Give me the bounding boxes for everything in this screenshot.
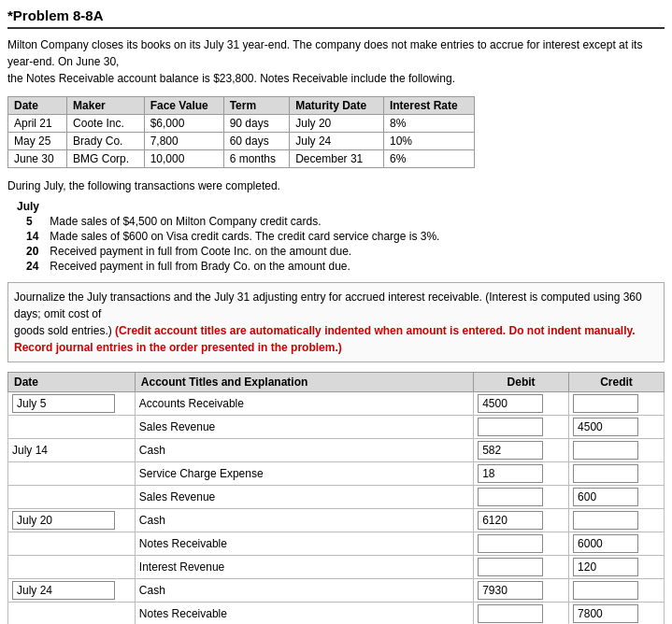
journal-debit-cell[interactable] [474,439,569,462]
intro-text: Milton Company closes its books on its J… [7,36,665,87]
transactions-list: July5 Made sales of $4,500 on Milton Com… [7,200,665,273]
journal-debit-cell[interactable] [474,579,569,603]
journal-date-cell [8,486,136,509]
col-header-debit: Debit [474,373,569,392]
journal-table: Date Account Titles and Explanation Debi… [7,372,665,624]
journal-row: Cash [8,509,665,532]
journal-row: Notes Receivable [8,532,665,556]
notes-receivable-table: DateMakerFace ValueTermMaturity DateInte… [7,96,475,168]
journal-row: Accounts Receivable [8,392,665,416]
notes-cell: Brady Co. [67,133,145,150]
credit-input[interactable] [573,394,638,413]
journal-account-cell: Notes Receivable [135,532,473,556]
date-input[interactable] [12,581,115,600]
debit-input[interactable] [478,394,543,413]
notes-cell: 6% [383,150,474,168]
debit-input[interactable] [478,581,543,600]
problem-title: *Problem 8-8A [7,7,665,29]
debit-input[interactable] [478,604,543,623]
notes-cell: 10% [383,133,474,150]
col-header-date: Date [8,373,136,392]
col-header-account: Account Titles and Explanation [135,373,473,392]
journal-account-cell: Cash [135,579,473,603]
journal-credit-cell[interactable] [569,556,665,579]
journal-account-cell: Cash [135,439,473,462]
journal-account-cell: Sales Revenue [135,486,473,509]
journal-account-cell: Service Charge Expense [135,462,473,486]
instructions: Journalize the July transactions and the… [7,282,665,362]
journal-debit-cell[interactable] [474,603,569,625]
credit-input[interactable] [573,581,638,600]
debit-input[interactable] [478,558,543,576]
debit-input[interactable] [478,534,543,553]
notes-cell: April 21 [8,115,67,133]
notes-row: April 21Coote Inc.$6,00090 daysJuly 208% [8,115,475,133]
credit-input[interactable] [573,604,638,623]
journal-credit-cell[interactable] [569,439,665,462]
debit-input[interactable] [478,464,543,483]
journal-debit-cell[interactable] [474,462,569,486]
journal-debit-cell[interactable] [474,392,569,416]
journal-date-cell [8,416,136,439]
credit-input[interactable] [573,488,638,506]
journal-account-cell: Sales Revenue [135,416,473,439]
journal-date-cell [8,392,136,416]
notes-cell: May 25 [8,133,67,150]
journal-credit-cell[interactable] [569,509,665,532]
credit-input[interactable] [573,534,638,553]
journal-date-cell: July 14 [8,439,136,462]
journal-account-cell: Accounts Receivable [135,392,473,416]
journal-debit-cell[interactable] [474,509,569,532]
credit-input[interactable] [573,511,638,530]
journal-date-cell [8,556,136,579]
journal-credit-cell[interactable] [569,416,665,439]
notes-col-header: Maturity Date [290,97,384,115]
notes-col-header: Interest Rate [383,97,474,115]
journal-date-cell [8,532,136,556]
journal-credit-cell[interactable] [569,486,665,509]
debit-input[interactable] [478,418,543,436]
journal-credit-cell[interactable] [569,532,665,556]
journal-row: Notes Receivable [8,603,665,625]
notes-col-header: Face Value [144,97,223,115]
transaction-item: 24 Received payment in full from Brady C… [17,260,665,273]
journal-debit-cell[interactable] [474,556,569,579]
date-label: July 14 [12,444,48,457]
notes-cell: 8% [383,115,474,133]
credit-input[interactable] [573,441,638,460]
journal-credit-cell[interactable] [569,392,665,416]
transaction-item: 14 Made sales of $600 on Visa credit car… [17,230,665,243]
credit-input[interactable] [573,558,638,576]
debit-input[interactable] [478,488,543,506]
journal-credit-cell[interactable] [569,603,665,625]
journal-row: July 14Cash [8,439,665,462]
journal-debit-cell[interactable] [474,532,569,556]
journal-date-cell [8,509,136,532]
notes-cell: 90 days [223,115,290,133]
journal-credit-cell[interactable] [569,462,665,486]
debit-input[interactable] [478,441,543,460]
credit-input[interactable] [573,418,638,436]
notes-col-header: Date [8,97,67,115]
notes-cell: 10,000 [144,150,223,168]
notes-cell: December 31 [290,150,384,168]
journal-date-cell [8,603,136,625]
notes-cell: June 30 [8,150,67,168]
notes-cell: 60 days [223,133,290,150]
notes-cell: $6,000 [144,115,223,133]
notes-col-header: Maker [67,97,145,115]
transactions-label: July [17,200,665,213]
journal-credit-cell[interactable] [569,579,665,603]
notes-cell: BMG Corp. [67,150,145,168]
credit-input[interactable] [573,464,638,483]
journal-debit-cell[interactable] [474,416,569,439]
debit-input[interactable] [478,511,543,530]
journal-debit-cell[interactable] [474,486,569,509]
journal-account-cell: Interest Revenue [135,556,473,579]
notes-row: May 25Brady Co.7,80060 daysJuly 2410% [8,133,475,150]
notes-cell: 7,800 [144,133,223,150]
notes-cell: 6 months [223,150,290,168]
date-input[interactable] [12,511,115,530]
date-input[interactable] [12,394,115,413]
journal-row: Sales Revenue [8,486,665,509]
